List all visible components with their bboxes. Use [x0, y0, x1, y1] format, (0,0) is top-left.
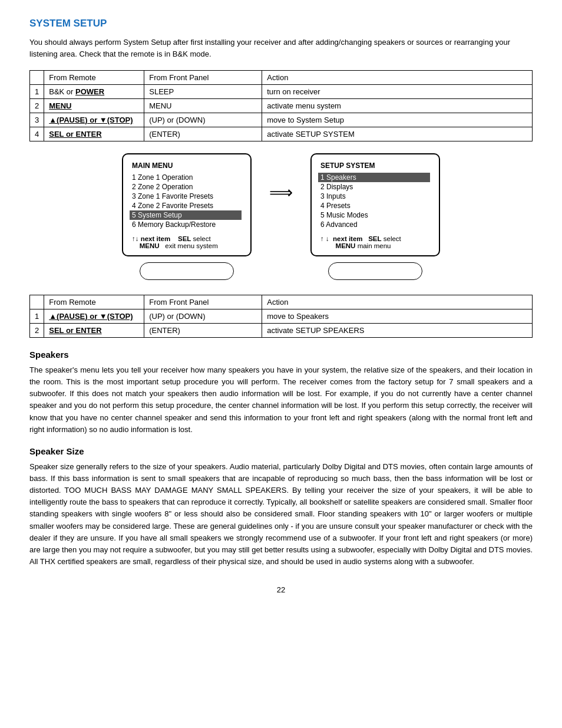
- table-row: 2 MENU MENU activate menu system: [30, 99, 533, 113]
- setup-table-2: From Remote From Front Panel Action 1 ▲(…: [29, 295, 533, 338]
- table-row: 1 ▲(PAUSE) or ▼(STOP) (UP) or (DOWN) mov…: [30, 309, 533, 324]
- menu-diagram-area: MAIN MENU 1 Zone 1 Operation 2 Zone 2 Op…: [29, 153, 533, 280]
- table-row: 2 SEL or ENTER (ENTER) activate SETUP SP…: [30, 324, 533, 338]
- main-menu-title: MAIN MENU: [132, 162, 242, 170]
- setup-menu-item: 5 Music Modes: [320, 210, 430, 220]
- setup-menu-item-highlighted: 1 Speakers: [318, 173, 430, 182]
- intro-text: You should always perform System Setup a…: [29, 37, 533, 60]
- setup-menu-item: 2 Displays: [320, 182, 430, 192]
- setup-menu-item: 6 Advanced: [320, 220, 430, 229]
- setup-system-box: SETUP SYSTEM 1 Speakers 2 Displays 3 Inp…: [310, 153, 440, 256]
- remote-box-left: [140, 262, 234, 280]
- pause-stop-label: ▲(PAUSE) or ▼(STOP): [49, 116, 133, 124]
- power-label: POWER: [75, 87, 104, 96]
- header-panel-2: From Front Panel: [144, 295, 262, 309]
- speakers-text: The speaker's menu lets you tell your re…: [29, 364, 533, 436]
- sel-enter-label: SEL or ENTER: [49, 130, 101, 139]
- right-arrow-icon: ⟹: [269, 183, 293, 202]
- table-row: 1 B&K or POWER SLEEP turn on receiver: [30, 85, 533, 99]
- header-remote: From Remote: [44, 71, 144, 85]
- setup-menu-item: 4 Presets: [320, 201, 430, 210]
- setup-system-title: SETUP SYSTEM: [320, 162, 430, 170]
- page-number: 22: [29, 585, 533, 594]
- main-menu-box: MAIN MENU 1 Zone 1 Operation 2 Zone 2 Op…: [122, 153, 252, 256]
- header-remote-2: From Remote: [44, 295, 144, 309]
- menu-label: MENU: [49, 101, 71, 110]
- sel-enter-2: SEL or ENTER: [49, 326, 101, 335]
- setup-menu-footer: ↑ ↓ next item SEL select MENU main menu: [320, 235, 430, 249]
- speaker-size-text: Speaker size generally refers to the siz…: [29, 461, 533, 568]
- remote-box-right: [328, 262, 422, 280]
- setup-menu-item: 3 Inputs: [320, 192, 430, 201]
- main-menu-item: 3 Zone 1 Favorite Presets: [132, 192, 242, 201]
- main-menu-item: 2 Zone 2 Operation: [132, 182, 242, 192]
- arrow-area: ⟹: [269, 153, 293, 202]
- main-menu-footer: ↑↓ next item SEL select MENU exit menu s…: [132, 235, 242, 249]
- main-menu-item: 4 Zone 2 Favorite Presets: [132, 201, 242, 210]
- main-menu-item: 1 Zone 1 Operation: [132, 173, 242, 182]
- main-menu-item-highlighted: 5 System Setup: [130, 210, 242, 220]
- speakers-heading: Speakers: [29, 350, 533, 360]
- setup-table-1: From Remote From Front Panel Action 1 B&…: [29, 70, 533, 141]
- pause-stop-2: ▲(PAUSE) or ▼(STOP): [49, 312, 133, 321]
- page-title: SYSTEM SETUP: [29, 18, 533, 29]
- header-action-2: Action: [262, 295, 533, 309]
- header-panel: From Front Panel: [144, 71, 262, 85]
- speaker-size-heading: Speaker Size: [29, 446, 533, 456]
- table-row: 3 ▲(PAUSE) or ▼(STOP) (UP) or (DOWN) mov…: [30, 113, 533, 127]
- header-action: Action: [262, 71, 533, 85]
- table-row: 4 SEL or ENTER (ENTER) activate SETUP SY…: [30, 127, 533, 141]
- main-menu-item: 6 Memory Backup/Restore: [132, 220, 242, 229]
